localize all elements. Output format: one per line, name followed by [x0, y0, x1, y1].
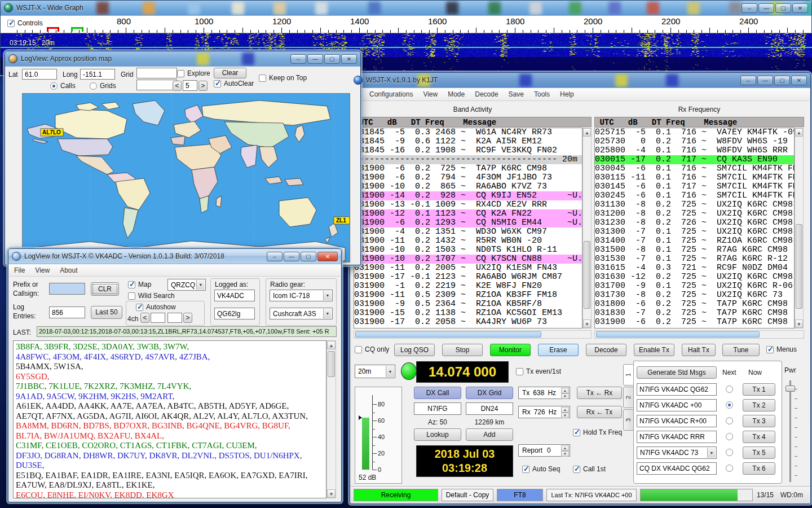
- tx-5-button[interactable]: Tx 5: [743, 446, 775, 459]
- band-activity-row[interactable]: 031900 -9 0.5 2364 ~ RZ1OA KB5RF/8: [354, 300, 582, 309]
- tx-message-field-6[interactable]: CQ DX VK4ADC QG62: [637, 462, 717, 475]
- map-titlebar[interactable]: LogView: Approx position map ⇔ — ▢ ✕: [5, 51, 360, 67]
- qrz-select[interactable]: QRZCQ▼: [167, 279, 206, 291]
- dx-call-field[interactable]: N7IFG: [414, 402, 461, 415]
- pwr-slider-handle[interactable]: [785, 386, 795, 392]
- cq-only-checkbox[interactable]: CQ only: [355, 345, 389, 353]
- menu-decode[interactable]: Decode: [470, 89, 503, 100]
- spin-left-button[interactable]: <: [173, 81, 182, 91]
- callsign-list-scrollbar[interactable]: ▲ ▼: [326, 340, 336, 498]
- antenna-select[interactable]: Cushcraft A3S▼: [270, 308, 333, 319]
- tx-marker[interactable]: [47, 27, 59, 32]
- add-button[interactable]: Add: [466, 428, 513, 441]
- callsign-line[interactable]: 9A1AD, 9A5CW, 9K2HM, 9K2HS, 9M2ART,: [16, 392, 326, 402]
- calls-radio-circle[interactable]: [50, 82, 58, 90]
- log-qso-button[interactable]: Log QSO: [394, 344, 435, 356]
- grid-field-2[interactable]: [136, 80, 177, 90]
- hold-tx-checkbox[interactable]: Hold Tx Freq: [573, 428, 622, 436]
- callsign-line[interactable]: E51BQ, EA1BAF, EA1DR, EA1IRE, EA3NI, EA5…: [16, 471, 326, 481]
- callsign-line[interactable]: AE7QT, AF7NX, AG5DA, AG7II, AI6OI, AK4QR…: [16, 411, 326, 422]
- band-activity-row[interactable]: 031900 -17 -0.1 2123 ~ RA6ABO W6RJM CM87: [354, 273, 582, 282]
- callsign-list[interactable]: 3B8FA, 3B9FR, 3D2SE, 3DA0AY, 3W3B, 3W7W,…: [13, 340, 326, 498]
- logview-titlebar[interactable]: LogView for WSJT-X © VK4ADC - Version 1.…: [8, 249, 341, 264]
- tx-4-button[interactable]: Tx 4: [743, 431, 775, 443]
- callsign-line[interactable]: 3B8FA, 3B9FR, 3D2SE, 3DA0AY, 3W3B, 3W7W,: [16, 342, 326, 352]
- report-spinner[interactable]: Report0 ▲▼: [518, 444, 570, 457]
- band-activity-scrollbar[interactable]: ▲ ▼: [582, 128, 592, 329]
- chan-field-2[interactable]: [167, 313, 182, 323]
- maximize-button[interactable]: ▢: [774, 76, 790, 85]
- stop-button[interactable]: Stop: [442, 344, 483, 356]
- menu-view[interactable]: View: [418, 89, 443, 100]
- swap-arrows-button[interactable]: ⇔: [290, 54, 306, 64]
- band-activity-row[interactable]: 031900 -12 0.1 1123 ~ CQ K2A FN22 ~U.S.A…: [354, 209, 582, 218]
- auto-seq-checkbox-box[interactable]: [522, 466, 529, 473]
- keep-on-top-checkbox-box[interactable]: [259, 75, 266, 82]
- minimize-button[interactable]: —: [284, 252, 299, 261]
- band-activity-row[interactable]: 031900 -11 0.2 1432 ~ R5RR WB0N -20: [354, 237, 582, 246]
- wild-search-checkbox[interactable]: Wild Search: [128, 292, 175, 300]
- maximize-button[interactable]: ▢: [775, 3, 791, 13]
- band-activity-row[interactable]: 031900 -14 0.2 928 ~ CQ K9IJ EN52 ~U.S.A…: [354, 191, 582, 200]
- swap-arrows-button[interactable]: ⇔: [267, 252, 283, 261]
- band-activity-row[interactable]: 031845 -9 0.6 1122 ~ K2A AI5R EM12: [354, 137, 582, 146]
- rx-freq-spinner[interactable]: Rx726Hz ▲▼: [518, 406, 570, 418]
- rx-frequency-row[interactable]: 031200 -8 0.2 725 ~ UX2IQ K6RC CM98: [595, 209, 794, 218]
- close-icon[interactable]: ✕: [791, 76, 807, 85]
- tx-3-button[interactable]: Tx 3: [743, 415, 775, 427]
- band-activity-row[interactable]: 031900 -1 0.2 2219 ~ K2E W8FJ FN20: [354, 282, 582, 291]
- call-1st-checkbox-box[interactable]: [573, 466, 580, 473]
- band-activity-row[interactable]: 031900 -10 0.2 1707 ~ CQ K7SCN CN88 ~U.S…: [354, 255, 582, 264]
- close-icon[interactable]: ✕: [317, 252, 338, 261]
- wide-graph-titlebar[interactable]: WSJT-X - Wide Graph ⇔ — ▢ ✕: [1, 1, 811, 16]
- band-activity-row[interactable]: 031900 -13 -0.1 1009 ~ RX4CD XE2V RRR: [354, 200, 582, 209]
- minimize-button[interactable]: —: [757, 76, 773, 85]
- auto-seq-checkbox[interactable]: Auto Seq: [522, 465, 560, 473]
- close-icon[interactable]: ✕: [792, 3, 808, 13]
- dx-call-button[interactable]: DX Call: [414, 387, 461, 399]
- grids-radio-circle[interactable]: [90, 82, 97, 90]
- menu-save[interactable]: Save: [504, 89, 529, 100]
- callsign-line[interactable]: DF3JO, DG8RAN, DH8WR, DK7UY, DK8VR, DL2V…: [16, 451, 326, 461]
- tune-button[interactable]: Tune: [722, 344, 760, 356]
- rx-frequency-table[interactable]: 025715 -5 0.1 716 ~ VA7EY KM4FTK -090257…: [594, 128, 795, 329]
- callsign-line[interactable]: 4A8FWC, 4F3OM, 4F4IX, 4S6RYD, 4S7AVR, 4Z…: [16, 352, 326, 362]
- logview-menu-file[interactable]: File: [9, 265, 30, 276]
- rx-frequency-row[interactable]: 031615 -4 0.3 721 ~ RC9F N0DZ DM04: [595, 264, 794, 273]
- rx-frequency-scrollbar[interactable]: ▲ ▼: [795, 128, 804, 329]
- menu-configurations[interactable]: Configurations: [364, 89, 418, 100]
- band-activity-row[interactable]: 031900 -15 0.2 1138 ~ RZ1OA KC5GOI EM13: [354, 309, 582, 318]
- map-checkbox-box[interactable]: [128, 281, 135, 288]
- lookup-button[interactable]: Lookup: [414, 428, 461, 441]
- callsign-line[interactable]: A61EK, AA4DD, AA4KK, AA7E, AA7EA, AB4TC,…: [16, 401, 326, 411]
- callsign-line[interactable]: BA8MM, BD6RN, BD7BS, BD7OXR, BG3INB, BG4…: [16, 421, 326, 431]
- clr-button[interactable]: CLR: [91, 282, 119, 296]
- chan-field-1[interactable]: [151, 313, 165, 323]
- dx-grid-field[interactable]: DN24: [466, 402, 513, 415]
- rx-eq-tx-button[interactable]: Rx ← Tx: [577, 406, 622, 418]
- grid-field[interactable]: [136, 68, 177, 78]
- next-radio-4[interactable]: [726, 433, 733, 440]
- monitor-button[interactable]: Monitor: [490, 344, 531, 356]
- callsign-line[interactable]: EA7UW, EA8/DL9XJ, EA8TL, EK1KE,: [16, 480, 326, 491]
- calls-radio[interactable]: Calls: [50, 82, 76, 90]
- logview-menu-about[interactable]: About: [55, 265, 82, 276]
- next-radio-1[interactable]: [726, 386, 733, 393]
- callsign-line[interactable]: C31MF, CE1OEB, CO2ORO, CT1AGS, CT1FBK, C…: [16, 441, 326, 451]
- tab-2[interactable]: 2: [623, 387, 634, 408]
- maximize-button[interactable]: ▢: [301, 252, 316, 261]
- maximize-button[interactable]: ▢: [324, 54, 340, 64]
- rx-frequency-row[interactable]: 031400 -7 0.1 725 ~ RZ1OA K6RC CM98: [595, 237, 794, 246]
- close-icon[interactable]: ✕: [341, 54, 357, 64]
- rx-frequency-row[interactable]: 031230 -8 0.2 726 ~ UX2IQ K6RC CM98: [595, 218, 794, 227]
- band-activity-row[interactable]: ----------------------------------------…: [354, 155, 582, 164]
- generate-std-msgs-button[interactable]: Generate Std Msgs: [637, 366, 717, 379]
- rx-frequency-row[interactable]: 031900 -6 0.2 725 ~ TA7P K6RC CM98: [595, 318, 794, 327]
- explore-checkbox[interactable]: Explore: [177, 69, 210, 77]
- radio-select[interactable]: Icom IC-718▼: [270, 290, 333, 301]
- minimize-button[interactable]: —: [307, 54, 323, 64]
- tx-eq-rx-button[interactable]: Tx ← Rx: [577, 387, 622, 399]
- rx-frequency-row[interactable]: 030245 -6 0.1 716 ~ SM7CIL KM4FTK FM18: [595, 191, 794, 200]
- menu-help[interactable]: Help: [555, 89, 579, 100]
- map-checkbox[interactable]: Map: [128, 281, 151, 288]
